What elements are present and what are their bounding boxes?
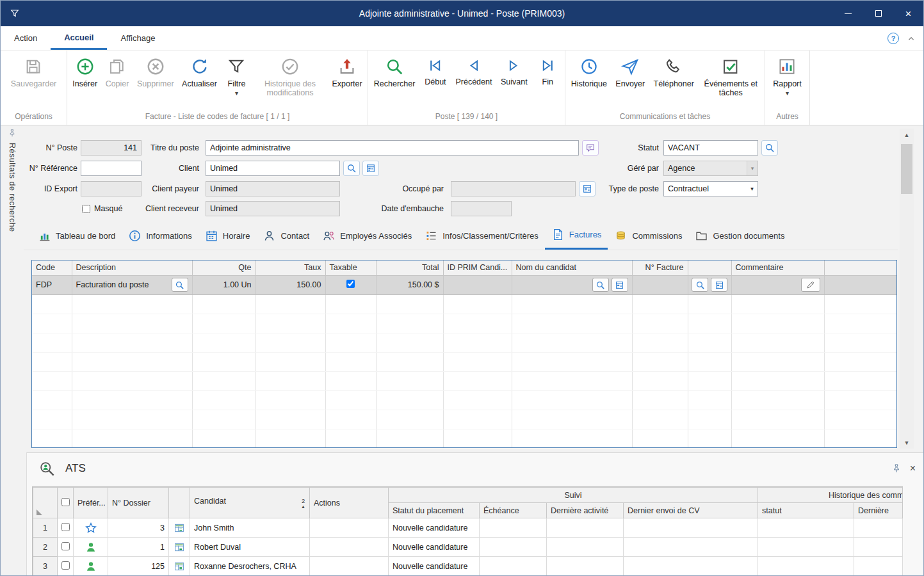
delete-button[interactable]: Supprimer [133,53,178,90]
candidat-cell[interactable]: John Smith [190,518,310,538]
collapse-ribbon-icon[interactable] [907,34,916,43]
cell-taux[interactable]: 150.00 [255,275,325,294]
dernier-envoi-cell[interactable] [624,518,758,538]
dossier-cell[interactable]: 3 [108,518,169,538]
send-button[interactable]: Envoyer [612,53,649,90]
report-button[interactable]: Rapport ▾ [769,53,805,97]
prefere-cell[interactable] [74,557,108,576]
derniere-activite-cell[interactable] [547,538,624,557]
statut-cell[interactable] [758,518,854,538]
copy-button[interactable]: Copier [102,53,133,90]
ats-col-echeance[interactable]: Échéance [480,503,547,518]
tab-factures[interactable]: Factures [545,221,608,250]
events-tasks-button[interactable]: Événements et tâches [699,53,763,99]
titre-poste-field[interactable] [206,140,579,156]
statut-placement-cell[interactable]: Nouvelle candidature [389,518,480,538]
masque-checkbox[interactable] [82,205,90,213]
statut-field[interactable] [663,140,758,156]
statut-search-button[interactable] [761,140,778,156]
menu-tab-affichage[interactable]: Affichage [107,26,168,50]
row-checkbox[interactable] [61,542,70,550]
gere-par-select[interactable]: Agence ▾ [663,161,758,176]
scroll-up-button[interactable]: ▲ [900,129,914,141]
cell-description[interactable]: Facturation du poste [72,275,192,294]
col-description[interactable]: Description [72,260,192,275]
col-total[interactable]: Total [376,260,443,275]
dernier-envoi-cell[interactable] [624,557,758,576]
ats-select-all-checkbox[interactable] [61,498,70,506]
col-no-facture[interactable]: N° Facture [632,260,688,275]
vertical-scrollbar[interactable]: ▲ ▼ [900,129,914,449]
col-nom-candidat[interactable]: Nom du candidat [512,260,632,275]
date-embauche-field[interactable] [451,201,512,216]
maximize-button[interactable] [863,1,893,26]
search-button[interactable]: Rechercher [370,53,419,90]
ats-col-derniere[interactable]: Dernière [854,503,903,518]
help-button[interactable]: ? [888,33,899,44]
scroll-down-button[interactable]: ▼ [900,436,914,449]
col-taux[interactable]: Taux [255,260,325,275]
comment-button[interactable] [582,140,599,156]
cell-id-prim[interactable] [443,275,512,294]
derniere-activite-cell[interactable] [547,518,624,538]
client-payeur-field[interactable] [206,181,340,196]
client-open-button[interactable] [362,161,379,176]
client-receveur-field[interactable] [206,201,340,216]
tab-horaire[interactable]: Horaire [199,221,257,250]
client-search-button[interactable] [343,161,360,176]
minimize-button[interactable] [833,1,863,26]
export-button[interactable]: Exporter [328,53,366,90]
dernier-envoi-cell[interactable] [624,538,758,557]
candidat-cell[interactable]: Roxanne Desrochers, CRHA [190,557,310,576]
occupe-par-open-button[interactable] [579,181,596,196]
col-taxable[interactable]: Taxable [325,260,376,275]
col-id-prim-candidat[interactable]: ID PRIM Candi... [443,260,512,275]
occupe-par-field[interactable] [451,181,576,196]
derniere-cell[interactable] [854,557,903,576]
description-search-button[interactable] [172,278,188,292]
tab-contact[interactable]: Contact [256,221,316,250]
statut-placement-cell[interactable]: Nouvelle candidature [389,538,480,557]
tab-gestion-documents[interactable]: Gestion documents [688,221,791,250]
nav-prev-button[interactable]: Précédent [451,53,496,88]
dossier-cell[interactable]: 1 [108,538,169,557]
client-field[interactable] [206,161,340,176]
ats-col-dossier[interactable]: N° Dossier [108,488,169,518]
row-checkbox[interactable] [61,523,70,531]
ats-col-statut-placement[interactable]: Statut du placement [389,503,480,518]
ats-col-derniere-activite[interactable]: Dernière activité [547,503,624,518]
ats-row[interactable]: 2 1 Robert Duval Nouvelle candidature [33,538,903,557]
candidat-open-cell[interactable] [169,538,190,557]
refresh-button[interactable]: Actualiser [178,53,221,90]
echeance-cell[interactable] [480,538,547,557]
ats-row[interactable]: 1 3 John Smith Nouvelle candidature [33,518,903,538]
type-poste-select[interactable]: Contractuel ▾ [663,181,758,196]
tab-employes-associes[interactable]: Employés Associés [316,221,418,250]
statut-cell[interactable] [758,557,854,576]
dossier-cell[interactable]: 125 [108,557,169,576]
prefere-cell[interactable] [74,518,108,538]
tab-commissions[interactable]: Commissions [608,221,688,250]
facture-search-button[interactable] [692,278,708,292]
prefere-cell[interactable] [74,538,108,557]
derniere-cell[interactable] [854,538,903,557]
echeance-cell[interactable] [480,557,547,576]
candidat-cell[interactable]: Robert Duval [190,538,310,557]
ats-col-candidat[interactable]: 2▲ Candidat [190,488,310,518]
nav-next-button[interactable]: Suivant [497,53,531,88]
menu-tab-action[interactable]: Action [1,26,51,50]
candidat-open-cell[interactable] [169,518,190,538]
cell-nom-candidat[interactable] [512,275,632,294]
insert-button[interactable]: Insérer [69,53,101,90]
ats-col-statut[interactable]: statut [758,503,854,518]
col-commentaire[interactable]: Commentaire [731,260,824,275]
ats-col-prefere[interactable]: Préfér... [74,488,108,518]
ats-col-actions[interactable]: Actions [310,488,389,518]
filter-button[interactable]: Filtre ▾ [221,53,252,97]
history-button[interactable]: Historique [567,53,611,90]
nav-last-button[interactable]: Fin [532,53,563,88]
actions-cell[interactable] [310,518,389,538]
close-button[interactable]: × [893,1,923,26]
cell-qte[interactable]: 1.00 Un [192,275,255,294]
ats-row[interactable]: 3 125 Roxanne Desrochers, CRHA Nouvelle … [33,557,903,576]
